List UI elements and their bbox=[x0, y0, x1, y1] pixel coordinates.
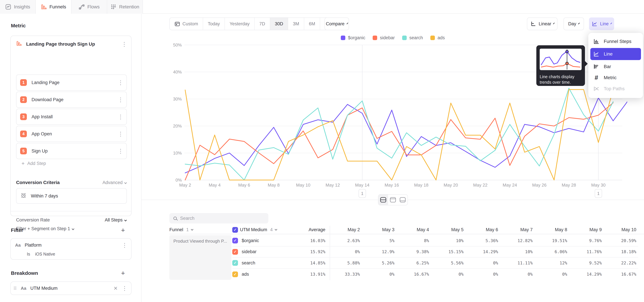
menu-item-top-paths[interactable]: Top Paths bbox=[588, 83, 643, 94]
menu-item-funnel-steps[interactable]: Funnel Steps bbox=[588, 36, 643, 47]
breakdown-card[interactable]: ☰ Aa UTM Medium ✕ ⋮ bbox=[10, 282, 132, 295]
range-yesterday[interactable]: Yesterday bbox=[225, 18, 254, 30]
add-filter-button[interactable]: + bbox=[121, 227, 125, 234]
line-chart-icon bbox=[592, 21, 598, 27]
kebab-menu-icon[interactable]: ⋮ bbox=[118, 80, 123, 86]
day-column-header[interactable]: May 5 bbox=[429, 227, 464, 232]
filter-card[interactable]: Aa Platform ⋮ Is iOS Native bbox=[10, 238, 132, 260]
day-column-header[interactable]: May 4 bbox=[394, 227, 429, 232]
day-value: 16.67% bbox=[394, 272, 429, 277]
top-paths-icon bbox=[593, 86, 600, 92]
menu-item-metric[interactable]: # Metric bbox=[588, 72, 643, 83]
range-30d[interactable]: 30D bbox=[270, 18, 288, 30]
granularity-dropdown[interactable]: Day bbox=[564, 18, 584, 30]
table-row-search[interactable]: ✓search14.85%5.88%5.26%6.25%5.56%0%11.11… bbox=[232, 258, 638, 269]
range-7d[interactable]: 7D bbox=[254, 18, 270, 30]
range-custom[interactable]: Custom bbox=[170, 18, 203, 30]
kebab-menu-icon[interactable]: ⋮ bbox=[122, 41, 126, 47]
menu-item-label: Top Paths bbox=[604, 86, 625, 92]
legend-label: $organic bbox=[348, 35, 366, 40]
funnel-step-landing-page[interactable]: 1 Landing Page ⋮ bbox=[16, 74, 127, 90]
table-view-button[interactable] bbox=[398, 194, 408, 205]
conversion-window[interactable]: Within 7 days bbox=[16, 188, 127, 204]
tab-flows[interactable]: Flows bbox=[72, 0, 107, 14]
day-column-header[interactable]: May 6 bbox=[464, 227, 498, 232]
chart-type-dropdown[interactable]: Line bbox=[589, 18, 614, 30]
funnel-step-sign-up[interactable]: 5 Sign Up ⋮ bbox=[16, 143, 127, 159]
conversion-rate-label: Conversion Rate bbox=[16, 218, 105, 223]
day-value: 12.82% bbox=[498, 238, 533, 243]
granularity-label: Day bbox=[568, 21, 576, 26]
table-row-organic[interactable]: ✓$organic16.03%2.63%5%8%10%5.36%12.82%19… bbox=[232, 235, 638, 246]
funnel-step-download-page[interactable]: 2 Download Page ⋮ bbox=[16, 92, 127, 108]
drag-handle-icon[interactable]: ☰ bbox=[14, 286, 17, 290]
svg-text:May 28: May 28 bbox=[562, 182, 576, 188]
kebab-menu-icon[interactable]: ⋮ bbox=[122, 286, 127, 291]
series-checkbox[interactable]: ✓ bbox=[232, 260, 238, 266]
day-column-header[interactable]: May 7 bbox=[498, 227, 533, 232]
series-checkbox[interactable]: ✓ bbox=[232, 249, 238, 255]
average-column-header[interactable]: Average bbox=[300, 227, 325, 232]
tab-retention[interactable]: Retention bbox=[107, 0, 143, 14]
day-column-header[interactable]: May 9 bbox=[567, 227, 602, 232]
metric-heading: Metric bbox=[11, 23, 26, 28]
search-input[interactable] bbox=[180, 216, 264, 221]
day-column-header[interactable]: May 3 bbox=[360, 227, 394, 232]
legend-item-organic[interactable]: $organic bbox=[341, 35, 366, 40]
series-line-organic[interactable] bbox=[185, 98, 627, 173]
day-value: 19.51% bbox=[533, 238, 567, 243]
kebab-menu-icon[interactable]: ⋮ bbox=[118, 131, 123, 137]
series-line-ads[interactable] bbox=[185, 90, 613, 180]
kebab-menu-icon[interactable]: ⋮ bbox=[122, 242, 127, 248]
chart-view-button[interactable] bbox=[388, 194, 398, 205]
table-row-ads[interactable]: ✓ads13.91%33.33%0%16.67%0%0%0%0%14.29%16… bbox=[232, 269, 638, 280]
scale-dropdown[interactable]: Linear bbox=[527, 18, 558, 30]
day-column-header[interactable]: May 2 bbox=[325, 227, 360, 232]
table-row-sidebar[interactable]: ✓sidebar15.92%0%12.9%9.38%15.15%14.29%10… bbox=[232, 246, 638, 258]
range-6m[interactable]: 6M bbox=[304, 18, 320, 30]
add-breakdown-button[interactable]: + bbox=[121, 270, 125, 276]
series-checkbox[interactable]: ✓ bbox=[232, 238, 238, 244]
close-icon[interactable]: ✕ bbox=[114, 286, 118, 291]
kebab-menu-icon[interactable]: ⋮ bbox=[118, 114, 123, 120]
view-toggle bbox=[378, 194, 408, 205]
day-value: 5.26% bbox=[360, 260, 394, 266]
filter-operator[interactable]: Is bbox=[27, 252, 30, 256]
add-step-button[interactable]: + Add Step bbox=[22, 160, 46, 166]
legend-item-search[interactable]: search bbox=[402, 35, 423, 40]
funnel-group-cell[interactable]: Product Viewed through P... bbox=[170, 235, 232, 280]
day-value: 8% bbox=[394, 238, 429, 243]
funnel-column-header[interactable]: Funnel 1 bbox=[170, 227, 232, 232]
filter-value[interactable]: iOS Native bbox=[35, 252, 55, 256]
day-value: 9.76% bbox=[567, 238, 602, 243]
checkbox-checked[interactable]: ✓ bbox=[232, 227, 238, 233]
day-value: 9.52% bbox=[567, 260, 602, 266]
advanced-dropdown[interactable]: Advanced bbox=[102, 180, 126, 185]
funnel-step-app-install[interactable]: 3 App Install ⋮ bbox=[16, 109, 127, 125]
range-today[interactable]: Today bbox=[203, 18, 225, 30]
kebab-menu-icon[interactable]: ⋮ bbox=[118, 97, 123, 102]
tab-funnels[interactable]: Funnels bbox=[36, 0, 72, 14]
kebab-menu-icon[interactable]: ⋮ bbox=[118, 148, 123, 154]
menu-item-line[interactable]: Line bbox=[590, 48, 641, 60]
tab-insights[interactable]: Insights bbox=[0, 0, 36, 14]
split-view-button[interactable] bbox=[378, 194, 388, 205]
retention-icon bbox=[110, 4, 116, 10]
day-column-header[interactable]: May 8 bbox=[533, 227, 567, 232]
day-column-header[interactable]: May 10 bbox=[602, 227, 636, 232]
svg-text:50%: 50% bbox=[173, 42, 182, 48]
legend-item-sidebar[interactable]: sidebar bbox=[373, 35, 395, 40]
series-checkbox[interactable]: ✓ bbox=[232, 272, 238, 277]
tab-label: Funnels bbox=[50, 4, 66, 10]
funnel-step-app-open[interactable]: 4 App Open ⋮ bbox=[16, 126, 127, 142]
menu-item-bar[interactable]: Bar bbox=[588, 61, 643, 72]
compare-button[interactable]: Compare bbox=[324, 18, 349, 30]
breakdown-column-header[interactable]: ✓ UTM Medium 4 bbox=[232, 227, 300, 233]
day-value: 33.33% bbox=[325, 272, 360, 277]
range-3m[interactable]: 3M bbox=[288, 18, 304, 30]
conversion-criteria-heading: Conversion Criteria bbox=[16, 180, 102, 185]
conversion-rate-dropdown[interactable]: All Steps bbox=[105, 218, 126, 223]
step-label: App Install bbox=[32, 114, 113, 120]
svg-text:May 24: May 24 bbox=[502, 182, 517, 188]
legend-item-ads[interactable]: ads bbox=[430, 35, 445, 40]
